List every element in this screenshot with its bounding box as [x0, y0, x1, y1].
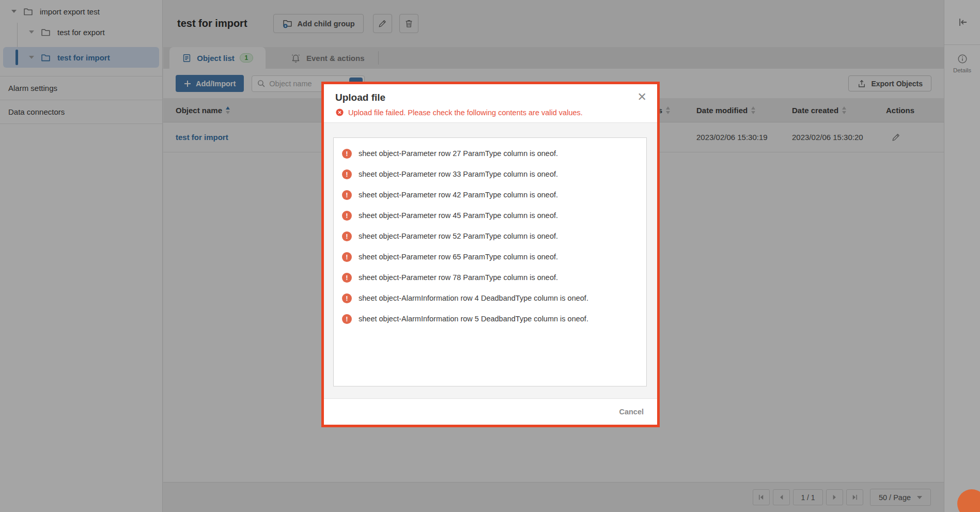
error-text: sheet object-Parameter row 33 ParamType … — [359, 170, 558, 178]
error-circle-icon — [335, 108, 344, 117]
error-text: sheet object-AlarmInformation row 4 Dead… — [359, 294, 588, 302]
error-text: sheet object-Parameter row 27 ParamType … — [359, 149, 558, 158]
dialog-header: Upload file ✕ Upload file failed. Please… — [324, 84, 657, 122]
error-text: sheet object-Parameter row 65 ParamType … — [359, 253, 558, 261]
error-text: sheet object-Parameter row 42 ParamType … — [359, 191, 558, 199]
error-list: ! sheet object-Parameter row 27 ParamTyp… — [333, 137, 647, 386]
warning-icon: ! — [342, 252, 352, 262]
error-list-item: ! sheet object-AlarmInformation row 4 De… — [342, 288, 638, 308]
error-text: sheet object-AlarmInformation row 5 Dead… — [359, 315, 588, 323]
dialog-footer: Cancel — [324, 399, 657, 425]
cancel-button[interactable]: Cancel — [619, 408, 644, 416]
error-list-item: ! sheet object-Parameter row 45 ParamTyp… — [342, 205, 638, 226]
warning-icon: ! — [342, 190, 352, 200]
warning-icon: ! — [342, 293, 352, 303]
upload-file-dialog: Upload file ✕ Upload file failed. Please… — [321, 82, 660, 427]
error-text: sheet object-Parameter row 78 ParamType … — [359, 273, 558, 282]
dialog-title: Upload file — [335, 92, 646, 103]
error-summary-text: Upload file failed. Please check the fol… — [348, 108, 583, 117]
dialog-body: ! sheet object-Parameter row 27 ParamTyp… — [324, 122, 657, 399]
close-icon[interactable]: ✕ — [637, 91, 647, 103]
warning-icon: ! — [342, 273, 352, 283]
error-list-item: ! sheet object-Parameter row 78 ParamTyp… — [342, 267, 638, 288]
error-text: sheet object-Parameter row 52 ParamType … — [359, 232, 558, 240]
warning-icon: ! — [342, 231, 352, 241]
error-text: sheet object-Parameter row 45 ParamType … — [359, 211, 558, 220]
app-window: import export test test for export test … — [0, 0, 980, 512]
error-list-item: ! sheet object-Parameter row 33 ParamTyp… — [342, 164, 638, 184]
warning-icon: ! — [342, 211, 352, 221]
warning-icon: ! — [342, 149, 352, 159]
warning-icon: ! — [342, 314, 352, 324]
error-list-item: ! sheet object-Parameter row 42 ParamTyp… — [342, 184, 638, 205]
error-list-item: ! sheet object-Parameter row 27 ParamTyp… — [342, 143, 638, 164]
error-list-item: ! sheet object-AlarmInformation row 5 De… — [342, 308, 638, 329]
error-list-item: ! sheet object-Parameter row 52 ParamTyp… — [342, 226, 638, 246]
error-summary: Upload file failed. Please check the fol… — [335, 108, 646, 117]
warning-icon: ! — [342, 169, 352, 179]
error-list-item: ! sheet object-Parameter row 65 ParamTyp… — [342, 246, 638, 267]
